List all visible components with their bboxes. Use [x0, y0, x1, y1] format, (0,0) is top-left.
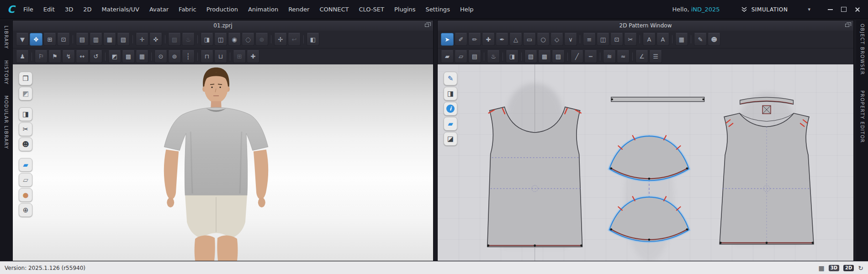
sync-refresh-icon[interactable]: ↻ [858, 265, 863, 271]
trace-tool[interactable]: ⊡ [610, 33, 623, 46]
2d-pattern-viewport[interactable]: ✎◨i▰◪ [438, 64, 853, 261]
menu-item-settings[interactable]: Settings [421, 0, 455, 19]
menu-item-avatar[interactable]: Avatar [144, 0, 174, 19]
detach-2d-window-icon[interactable] [845, 24, 849, 27]
menu-item-file[interactable]: File [18, 0, 38, 19]
detach-3d-window-icon[interactable] [425, 24, 429, 27]
shirring-tool[interactable]: ≋ [603, 50, 616, 63]
menu-item-production[interactable]: Production [201, 0, 243, 19]
mirror-paste-tool[interactable]: ◫ [597, 33, 609, 46]
zigzag-stitch-tool[interactable]: ≈ [617, 50, 630, 63]
menu-item-2d[interactable]: 2D [78, 0, 96, 19]
menu-item-help[interactable]: Help [455, 0, 479, 19]
show-avatar-button[interactable]: ☻ [19, 137, 32, 151]
dock-tab-modular-library[interactable]: MODULAR LIBRARY [4, 95, 9, 149]
minimize-button[interactable] [824, 4, 836, 15]
pin-tool[interactable]: ✛ [136, 33, 148, 46]
zipper-tool-tool[interactable]: ┆ [182, 50, 195, 63]
texture-editor-tool[interactable]: ▧ [524, 50, 537, 63]
measure-avatar-tool[interactable]: ✢ [274, 33, 287, 46]
button-tool-tool[interactable]: ⊙ [154, 50, 167, 63]
transform-pattern-tool[interactable]: ➤ [441, 33, 454, 46]
baseline-tool[interactable]: ╱ [571, 50, 583, 63]
free-sewing-tool[interactable]: ▦ [103, 33, 116, 46]
avatar-walkthrough-tool[interactable]: ♟ [16, 50, 29, 63]
dock-tab-library[interactable]: LIBRARY [4, 26, 9, 49]
press-iron-tool[interactable]: ♨ [487, 50, 500, 63]
pen-tool[interactable]: ✒ [496, 33, 508, 46]
cut-and-sew-tool[interactable]: ✂ [624, 33, 637, 46]
uv-map-tool[interactable]: ◧ [307, 33, 319, 46]
pattern-piece-sleeve-b[interactable] [609, 196, 689, 242]
menu-item-connect[interactable]: CONNECT [314, 0, 354, 19]
measure-2d-tool[interactable]: ∠ [635, 50, 648, 63]
menu-item-materials-uv[interactable]: Materials/UV [97, 0, 144, 19]
pattern-information-button[interactable]: i [444, 102, 457, 116]
add-point-tool[interactable]: ✚ [482, 33, 495, 46]
paint-fabric-on-button[interactable]: ▰ [19, 158, 32, 172]
pose-reset-tool[interactable]: ↺ [90, 50, 102, 63]
transform-sewing-tool[interactable]: ▰ [441, 50, 454, 63]
menu-item-3d[interactable]: 3D [60, 0, 78, 19]
pen-3d-tool[interactable]: ✎ [694, 33, 707, 46]
strain-map-tool[interactable]: ▦ [136, 50, 148, 63]
dock-tab-object-browser[interactable]: OBJECT BROWSER [860, 24, 865, 75]
polygon-tool[interactable]: △ [509, 33, 522, 46]
select-move-tool[interactable]: ✥ [30, 33, 42, 46]
simulate-tool[interactable]: ▼ [16, 33, 29, 46]
3d-viewport[interactable]: ❒◩◨✂☻▰▱●⊕ [13, 64, 433, 261]
render-mode-cube-button[interactable]: ❒ [19, 72, 32, 85]
rectangle-tool[interactable]: ▭ [523, 33, 536, 46]
pressure-map-tool[interactable]: ▩ [122, 50, 135, 63]
show-garment-button[interactable]: ◨ [19, 107, 32, 121]
edit-texture-button[interactable]: ✎ [444, 72, 457, 85]
flatten-arrangement-tool[interactable]: ⊔ [214, 50, 227, 63]
grading-tool[interactable]: ▦ [675, 33, 688, 46]
avatar-3d-scene[interactable] [13, 64, 433, 261]
show-fit-tool[interactable]: ◨ [506, 50, 519, 63]
clo-logo[interactable]: C [4, 2, 18, 17]
design-variation-tool[interactable]: ◫ [214, 33, 227, 46]
menu-item-fabric[interactable]: Fabric [174, 0, 201, 19]
notch-tool[interactable]: ∨ [564, 33, 577, 46]
menu-item-render[interactable]: Render [283, 0, 314, 19]
button-tool[interactable]: ◉ [228, 33, 241, 46]
edit-point-curve-tool[interactable]: ✏ [468, 33, 481, 46]
show-3d-garment-button[interactable]: ◩ [19, 87, 32, 100]
pose-arm-c-tool[interactable]: ↯ [62, 50, 75, 63]
pattern-piece-sleeve-a[interactable] [609, 135, 689, 180]
circle-tool[interactable]: ○ [537, 33, 550, 46]
topstitch-tool[interactable]: ┅ [584, 50, 597, 63]
show-seams-button[interactable]: ✂ [19, 122, 32, 136]
fitting-suit-tool[interactable]: ◨ [201, 33, 213, 46]
dock-tab-property-editor[interactable]: PROPERTY EDITOR [860, 90, 865, 143]
mode-dropdown-caret[interactable]: ▾ [808, 6, 810, 12]
show-garment-fit-tool[interactable]: ◩ [108, 50, 121, 63]
eyelet-tool-tool[interactable]: ⊚ [168, 50, 181, 63]
seam-allowance-tool[interactable]: ≡ [583, 33, 596, 46]
menu-item-clo-set[interactable]: CLO-SET [354, 0, 389, 19]
segment-sewing-tool[interactable]: ▥ [90, 33, 102, 46]
spec-sheet-tool[interactable]: ☰ [649, 50, 662, 63]
avatar-male[interactable] [164, 68, 269, 261]
pattern-annotation-tool[interactable]: A [643, 33, 656, 46]
pose-arm-d-tool[interactable]: ↔ [76, 50, 89, 63]
pin-cross-tool[interactable]: ✚ [247, 50, 259, 63]
dock-tab-history[interactable]: HISTORY [4, 60, 9, 85]
show-silhouette-tool[interactable]: ☻ [708, 33, 720, 46]
show-environment-button[interactable]: ⊕ [19, 203, 32, 217]
text-tool-tool[interactable]: A [656, 33, 669, 46]
maximize-button[interactable] [838, 4, 850, 15]
normal-map-tool[interactable]: ▨ [552, 50, 565, 63]
menu-item-animation[interactable]: Animation [243, 0, 283, 19]
select-box-tool[interactable]: ⊡ [57, 33, 70, 46]
paint-fabric-off-button[interactable]: ▱ [19, 173, 32, 187]
buttonhole-tool[interactable]: ◌ [242, 33, 254, 46]
2d-view-badge[interactable]: 2D [843, 265, 854, 271]
pattern-canvas[interactable] [438, 64, 853, 261]
m-n-sewing-tool[interactable]: ▧ [117, 33, 130, 46]
dart-tool[interactable]: ◇ [550, 33, 563, 46]
fold-arrangement-tool[interactable]: ⊓ [201, 50, 213, 63]
edit-pattern-tool[interactable]: ✐ [455, 33, 467, 46]
select-mesh-tool[interactable]: ⊞ [43, 33, 56, 46]
